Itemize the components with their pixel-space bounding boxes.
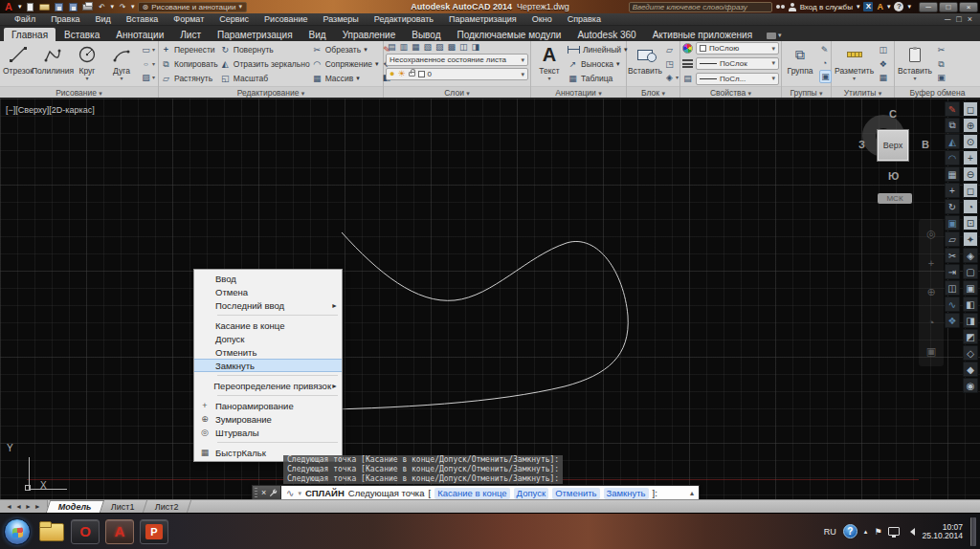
measure-button[interactable]: Разметить ▾: [834, 42, 875, 85]
hatch-button[interactable]: ▨▾: [141, 72, 155, 83]
mirror-button[interactable]: ◭Отразить зеркально: [220, 57, 310, 71]
open-button[interactable]: [39, 2, 51, 12]
zoom-dynamic-icon[interactable]: ⊕: [963, 118, 978, 133]
autodesk360-caret-icon[interactable]: ▾: [887, 3, 891, 11]
context-item-close[interactable]: Замкнуть: [194, 359, 342, 372]
layer-off-icon[interactable]: ▥: [400, 42, 409, 52]
insert-block-button[interactable]: Вставить: [629, 42, 661, 85]
table-button[interactable]: ▦Таблица: [568, 72, 628, 85]
view-back-icon[interactable]: ◩: [963, 329, 978, 344]
menu-help[interactable]: Справка: [561, 14, 608, 24]
copy-button[interactable]: ⧉Копировать: [161, 57, 218, 71]
group-edit-button[interactable]: ◔: [819, 57, 832, 69]
zoom-object-icon[interactable]: ⊖: [963, 166, 978, 182]
context-item-tangent[interactable]: Касание в конце: [194, 318, 342, 332]
layer-isolate-icon[interactable]: ▦: [412, 42, 420, 52]
toolbar-spline-edit-icon[interactable]: ∿: [945, 296, 960, 312]
tab-autodesk360[interactable]: Autodesk 360: [569, 28, 643, 41]
menu-edit[interactable]: Правка: [44, 14, 86, 24]
workspace-selector[interactable]: ⊛ Рисование и аннотации ▾: [138, 2, 248, 12]
ungroup-button[interactable]: ✎: [819, 44, 832, 55]
wcs-button[interactable]: МСК: [878, 193, 912, 204]
zoom-icon[interactable]: ⊕: [926, 286, 935, 298]
toolbar-move-icon[interactable]: +: [945, 183, 960, 198]
tab-model[interactable]: Модель: [46, 500, 104, 513]
context-item-cancel[interactable]: Отмена: [194, 285, 342, 298]
option-tolerance[interactable]: Допуск: [514, 488, 549, 499]
zoom-extents-icon[interactable]: ✦: [963, 231, 978, 247]
toolbar-explode-icon[interactable]: ❖: [945, 313, 960, 328]
toolbar-fillet-icon[interactable]: ◠: [945, 150, 960, 165]
leader-button[interactable]: ↗Выноска▾: [568, 57, 628, 71]
undo-button[interactable]: ↶: [97, 2, 108, 12]
menu-dimension[interactable]: Размеры: [316, 14, 365, 24]
view-swiso-icon[interactable]: ◇: [963, 345, 978, 361]
layer-state-dropdown[interactable]: Несохраненное состояние листа ▾: [386, 54, 528, 66]
menu-window[interactable]: Окно: [525, 14, 559, 24]
menu-insert[interactable]: Вставка: [120, 14, 165, 24]
context-item-snap-overrides[interactable]: Переопределение привязок►: [194, 379, 342, 392]
show-desktop-button[interactable]: [970, 517, 976, 546]
arc-flyout-caret-icon[interactable]: ▾: [120, 76, 122, 81]
dimension-button[interactable]: Линейный▾: [568, 43, 628, 56]
sign-in-caret-icon[interactable]: ▾: [857, 3, 860, 11]
cut-button[interactable]: ✂: [936, 44, 947, 55]
first-layout-icon[interactable]: ◄: [6, 503, 12, 510]
layer-freeze-icon[interactable]: ▧: [424, 42, 433, 52]
rotate-button[interactable]: ↻Повернуть: [220, 43, 310, 56]
toolbar-rotate-icon[interactable]: ↻: [945, 199, 960, 214]
show-hidden-icons[interactable]: ▴: [864, 528, 868, 536]
opera-taskbar-button[interactable]: O: [71, 519, 100, 544]
command-bar-handle[interactable]: ×: [253, 486, 281, 499]
ellipse-button[interactable]: ○▾: [141, 58, 155, 70]
redo-button[interactable]: ↷: [117, 2, 128, 12]
context-item-recent-input[interactable]: Последний ввод►: [194, 298, 342, 312]
undo-caret-icon[interactable]: ▾: [111, 3, 115, 11]
menu-modify[interactable]: Редактировать: [368, 14, 440, 24]
group-button[interactable]: ⧉ Группа: [784, 42, 816, 85]
panel-label-modify[interactable]: Редактирование ▾: [159, 86, 383, 98]
menu-tools[interactable]: Сервис: [212, 14, 256, 24]
clock[interactable]: 10:07 25.10.2014: [922, 523, 965, 540]
tab-manage[interactable]: Управление: [335, 28, 404, 41]
viewcube-top-face[interactable]: Верх: [877, 129, 909, 162]
move-button[interactable]: +Перенести: [161, 43, 218, 56]
copy-clip-button[interactable]: ⧉: [936, 58, 947, 70]
toolbar-erase-icon[interactable]: ✎: [945, 101, 960, 117]
wrench-icon[interactable]: [269, 489, 278, 497]
navigation-bar[interactable]: ◎ + ⊕ ◔ ▣: [919, 219, 944, 366]
linetype-dropdown[interactable]: ПоСл...▾: [696, 73, 779, 85]
steering-wheel-icon[interactable]: ◎: [926, 228, 936, 240]
layer-dropdown[interactable]: ● ☀ 0 ▾: [386, 68, 528, 80]
minimize-button[interactable]: ─: [919, 2, 938, 12]
start-button[interactable]: [4, 518, 31, 545]
view-bottom-icon[interactable]: ▢: [963, 264, 978, 279]
action-center-flag-icon[interactable]: ⚑: [874, 527, 881, 537]
viewcube-south[interactable]: Ю: [888, 170, 899, 182]
context-item-steering-wheels[interactable]: ◎Штурвалы: [194, 426, 342, 439]
layer-match-icon[interactable]: ◫: [459, 42, 468, 52]
tab-parametric[interactable]: Параметризация: [210, 28, 301, 41]
save-as-button[interactable]: [68, 2, 79, 12]
circle-button[interactable]: Круг ▾: [71, 42, 103, 85]
search-binoculars-icon[interactable]: [776, 5, 780, 9]
color-wheel-icon[interactable]: [682, 43, 693, 54]
stretch-button[interactable]: ▱Растянуть: [161, 72, 218, 85]
tab-view[interactable]: Вид: [301, 28, 334, 41]
quick-select-button[interactable]: ◫: [878, 44, 888, 55]
lineweight-icon[interactable]: [682, 59, 693, 68]
linetype-icon[interactable]: ▤: [682, 74, 693, 83]
doc-close-button[interactable]: ×: [968, 14, 972, 24]
tab-layout2[interactable]: Лист2: [144, 500, 191, 513]
toolbar-extend-icon[interactable]: ⇥: [945, 264, 960, 279]
fillet-button[interactable]: ◠Сопряжение▾: [312, 57, 379, 71]
viewcube[interactable]: С В Ю З Верх: [858, 111, 935, 187]
context-item-pan[interactable]: +Панорамирование: [194, 399, 342, 412]
line-button[interactable]: Отрезок: [2, 42, 34, 85]
panel-label-layers[interactable]: Слои ▾: [384, 86, 530, 98]
close-button[interactable]: ×: [959, 2, 978, 12]
zoom-scale-icon[interactable]: ⊙: [963, 134, 978, 149]
polyline-button[interactable]: Полилиния: [36, 42, 69, 85]
save-button[interactable]: [54, 2, 65, 12]
powerpoint-taskbar-button[interactable]: P: [140, 519, 168, 544]
